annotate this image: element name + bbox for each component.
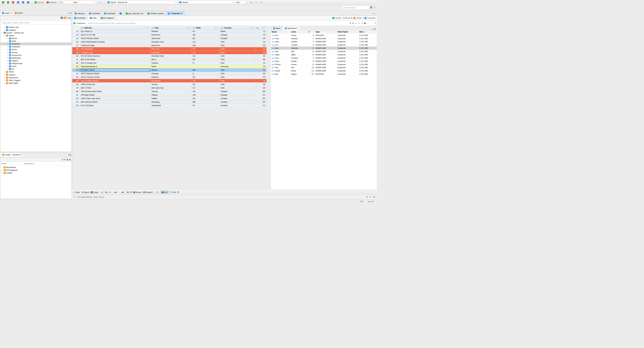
tree-node[interactable]: ▾ Tables [1, 34, 72, 37]
history-icon[interactable]: 🕒▾ [97, 1, 103, 4]
tree-node[interactable]: ▸ Sequences [1, 76, 72, 79]
table-row[interactable]: 13Qe 7 Bloco GBrasíliaDFBrazil71 [72, 29, 266, 33]
filter-remove-icon[interactable]: ▼ [358, 22, 360, 24]
editor-tab[interactable]: *Customer ✕ [166, 11, 184, 15]
table-row[interactable]: 191 Infinite LoopCupertinoCAUSA95 [72, 51, 266, 54]
sql-recent-icon[interactable] [26, 1, 30, 4]
tx-mode-combo[interactable]: Auto▾ [64, 1, 96, 4]
perspective-icon-2[interactable] [374, 6, 376, 9]
tree-node[interactable]: ▸ PlaylistTrack [1, 62, 72, 65]
tree-node[interactable]: ▸ Artist [1, 40, 72, 42]
meta-row[interactable]: ABC Post…Postal…8NVARCHARCustomer2,147,4… [271, 59, 377, 63]
crumb-current[interactable]: Customer [367, 17, 376, 19]
tab-er-diagram[interactable]: ER Diagram [99, 16, 116, 20]
text-mode-button[interactable]: ✎ Text [170, 191, 176, 193]
zoom-in-icon[interactable]: ⊞ [127, 191, 129, 193]
rollback-button[interactable]: Rollback [46, 1, 57, 4]
tab-projects[interactable]: Проек [14, 11, 24, 15]
tab-data[interactable]: Data [88, 16, 99, 20]
column-header[interactable]: ABC Country▼↑? [219, 26, 255, 29]
meta-row[interactable]: ABC Last…LastNa…2NVARCHARCustomer2,147,4… [271, 40, 377, 43]
tree-node[interactable]: ▸ Track [1, 65, 72, 68]
highlight-icon[interactable]: ✏️ [255, 1, 259, 4]
table-row[interactable]: 20541 Del Medio AvenueMountain ViewCAUSA… [72, 54, 266, 58]
color-icon[interactable]: ◐ [364, 22, 366, 24]
meta-column[interactable]: Name [271, 30, 290, 34]
column-header[interactable]: ABC City▼↑? [150, 26, 191, 29]
table-row[interactable]: 31230 Elgin StreetOttawaONCanadaK2 [72, 93, 266, 97]
sql-filter-input[interactable]: Enter a SQL expression to filter results… [88, 22, 136, 24]
tab-databases[interactable]: Datab ✕ [1, 11, 13, 15]
link-icon[interactable]: ⇆ [69, 17, 70, 19]
prev-page-icon[interactable]: ‹ [118, 191, 118, 193]
editor-tab[interactable] [117, 12, 123, 16]
meta-row[interactable]: ABC Add…Address4NVARCHARCustomer2,147,48… [271, 47, 377, 50]
table-row[interactable]: 345112 48 StreetYellowknifeNTCanadaX1 [72, 104, 266, 107]
table-row[interactable]: 281033 N Park AveTucsonAZUSA85 [72, 82, 266, 86]
minimize-icon[interactable]: ▭ [68, 154, 70, 156]
meta-column[interactable]: Max L [358, 30, 377, 34]
export-icon[interactable]: ⊡ [177, 191, 179, 193]
table-row[interactable]: 161600 Amphitheatre ParkwayMountain View… [72, 40, 266, 44]
column-header[interactable]: ABC Address▼↑? [79, 26, 150, 29]
tree-node[interactable]: ▸ Genre [1, 48, 72, 51]
meta-row[interactable]: ABC StateState6NVARCHARCustomer2,147,483 [271, 53, 377, 56]
commit-button[interactable]: Commit [34, 1, 45, 4]
tree-node[interactable]: ▸ System Info [1, 26, 72, 28]
editor-tab[interactable]: category [73, 11, 87, 15]
table-row[interactable]: 272211 W Berry StreetFort WorthTXUSA76 [72, 79, 266, 82]
collapse-icon[interactable]: ⇱ [66, 17, 68, 19]
collapse-icon[interactable]: ⇱ [64, 159, 65, 161]
tree-node[interactable]: ▸ Scripts [1, 171, 72, 174]
nav-fwd-icon[interactable]: → [372, 22, 374, 24]
editor-tab[interactable]: get_customer_ba [124, 11, 145, 15]
catalog-combo[interactable]: <None>▾ [178, 1, 234, 4]
new-connection-icon[interactable] [61, 17, 63, 19]
table-row[interactable]: 15700 W Pender StreetVancouverBCCanadaV6 [72, 36, 266, 40]
tree-node[interactable]: ▸ foo [1, 68, 72, 70]
tab-metadata[interactable]: MetaData ✕ [283, 26, 300, 30]
table-row[interactable]: 26319 N. Frances StreetMadisonWIUSA53 [72, 75, 266, 79]
meta-row[interactable]: 123 Cus…Custo…0INTEGERCustomer2,147,483 [271, 33, 377, 37]
datasource-combo[interactable]: SQLite - Chinook.db▾ [106, 1, 177, 4]
refresh-icon[interactable]: ⟳ [352, 22, 354, 24]
meta-column[interactable]: Table Name [337, 30, 358, 34]
meta-row[interactable]: ABC FaxFax10NVARCHARCustomer2,147,483 [271, 66, 377, 69]
panels-button[interactable]: ▤ Panels ▾ [143, 191, 153, 193]
add-row-icon[interactable]: ≡+ [101, 191, 103, 193]
tree-node[interactable]: ▸ postgres [1, 28, 72, 31]
tree-node[interactable]: ▸ Invoice [1, 51, 72, 54]
more-tabs[interactable]: » 5 [371, 12, 376, 16]
table-row[interactable]: 29302 S 700 ESalt Lake CityUTUSA84 [72, 86, 266, 90]
nav-back-icon[interactable]: ← [369, 22, 371, 24]
next-page-icon[interactable]: › [120, 191, 121, 193]
tab-properties[interactable]: Properties [72, 16, 88, 20]
meta-row[interactable]: ABC First…FirstNa…1NVARCHARCustomer2,147… [271, 37, 377, 40]
scroll-icon[interactable]: ⇅ [366, 196, 368, 198]
tree-node[interactable]: ▸ Album [1, 37, 72, 40]
connect-icon[interactable] [1, 1, 5, 4]
grid-mode-button[interactable]: ▦ Grid [160, 191, 169, 194]
minimize-icon[interactable]: ▭ [68, 12, 70, 14]
table-row[interactable]: 2469 Salem StreetBostonMAUSA21 [72, 68, 266, 72]
script-button[interactable]: Script [91, 191, 98, 193]
tab-value[interactable]: Value [271, 26, 283, 30]
table-row[interactable]: 30796 Dundas Street WestTorontoONCanadaM… [72, 90, 266, 93]
meta-row[interactable]: ABC Co…Compa…3NVARCHARCustomer2,147,483 [271, 43, 377, 47]
connect-all-icon[interactable] [6, 1, 10, 4]
filter-dropdown-icon[interactable]: ▾ [350, 22, 351, 24]
tree-node[interactable]: ▸ Playlist [1, 59, 72, 62]
editor-tab[interactable]: mockdata [87, 11, 102, 15]
filter-icon[interactable]: ▼ [355, 22, 357, 24]
tree-node[interactable]: ▸ Views [1, 70, 72, 73]
settings-icon[interactable]: ⚙ [61, 159, 63, 161]
table-row[interactable]: 21801 W 4th StreetRenoNVUSA89 [72, 58, 266, 61]
sql-new-icon[interactable] [21, 1, 25, 4]
close-view-icon[interactable]: ▯ [70, 12, 71, 14]
undo-icon[interactable]: ↶ [260, 1, 263, 4]
object-filter-input[interactable]: Type part of object name to filter [1, 21, 71, 24]
expand-icon[interactable]: ⊞ [66, 159, 68, 161]
first-page-icon[interactable]: ⏮ [114, 191, 116, 193]
disconnect-icon[interactable] [11, 1, 15, 4]
table-row[interactable]: 171 Microsoft WayRedmondWAUSA98 [72, 44, 266, 47]
